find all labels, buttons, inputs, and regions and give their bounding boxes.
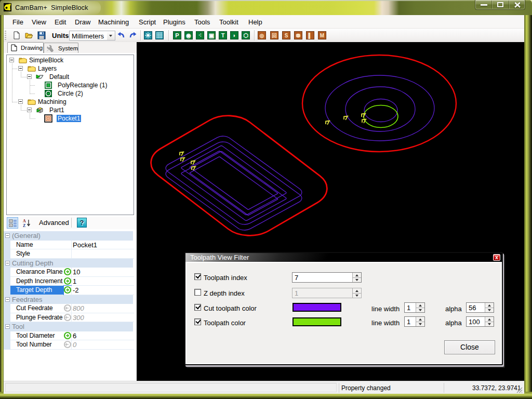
svg-text:Z: Z bbox=[23, 223, 25, 228]
svg-text:A: A bbox=[23, 219, 26, 223]
